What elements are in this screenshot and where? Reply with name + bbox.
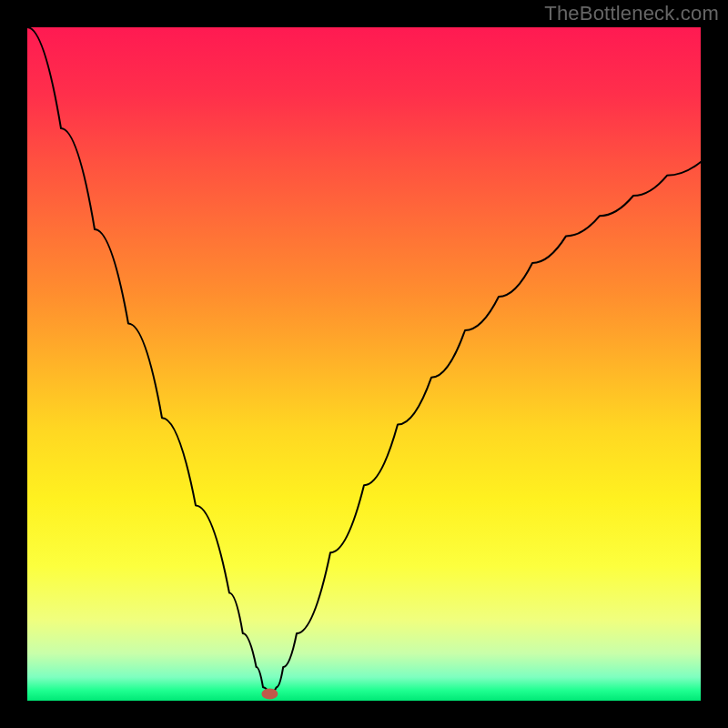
optimal-point-marker bbox=[261, 689, 278, 700]
chart-svg bbox=[27, 27, 701, 701]
watermark-text: TheBottleneck.com bbox=[544, 2, 719, 25]
gradient-background bbox=[27, 27, 701, 701]
plot-area bbox=[27, 27, 701, 701]
chart-frame: TheBottleneck.com bbox=[0, 0, 728, 728]
